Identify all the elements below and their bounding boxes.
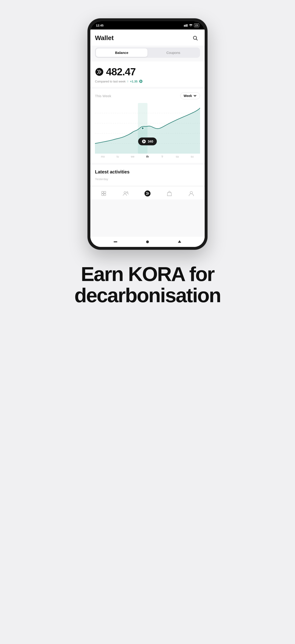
headline-line2: decarbonisation: [75, 285, 221, 306]
svg-rect-3: [187, 24, 188, 27]
svg-point-25: [146, 240, 149, 243]
day-fr: fr: [155, 155, 170, 158]
nav-dashboard[interactable]: [101, 190, 107, 197]
sys-home-button[interactable]: [145, 239, 150, 244]
sys-recents-button[interactable]: [177, 239, 182, 244]
activities-section: Latest activities Yesterday: [90, 165, 205, 186]
svg-line-6: [196, 39, 198, 40]
chart-container: 340: [95, 103, 200, 154]
phone-screen: 12:45 23 Wallet: [90, 21, 205, 247]
chart-section: This Week Week: [90, 89, 205, 163]
svg-rect-1: [185, 25, 185, 27]
search-icon: [192, 35, 198, 41]
this-week-label: This Week: [95, 94, 111, 98]
profile-icon: [188, 190, 194, 197]
svg-point-4: [190, 26, 191, 27]
arrow-up-icon: ↑: [127, 80, 129, 83]
dashboard-icon: [101, 190, 107, 197]
svg-rect-2: [186, 24, 187, 27]
svg-rect-24: [114, 242, 117, 242]
week-dropdown[interactable]: Week: [180, 92, 200, 99]
period-label: Week: [184, 94, 192, 98]
sys-back-button[interactable]: [113, 239, 118, 244]
tab-balance[interactable]: Balance: [96, 48, 148, 57]
svg-point-23: [190, 192, 192, 194]
nav-kora[interactable]: [144, 190, 151, 197]
svg-marker-26: [178, 240, 181, 243]
status-icons: 23: [184, 24, 199, 27]
svg-rect-0: [184, 25, 185, 27]
day-tu: tu: [110, 155, 125, 158]
headline-section: Earn KORA for decarbonisation: [56, 264, 239, 329]
balance-amount: 482.47: [106, 66, 136, 78]
day-we: we: [125, 155, 140, 158]
svg-rect-19: [104, 194, 106, 196]
balance-section: 482.47 Compared to last week ↑ +1.35: [90, 62, 205, 87]
top-bar: Wallet: [90, 30, 205, 46]
day-mo: mo: [95, 155, 110, 158]
tab-coupons[interactable]: Coupons: [148, 48, 199, 57]
compared-label: Compared to last week: [95, 80, 126, 83]
svg-point-21: [127, 192, 128, 193]
day-sa: sa: [170, 155, 185, 158]
svg-point-5: [193, 36, 197, 40]
status-bar: 12:45 23: [90, 21, 205, 30]
nav-profile[interactable]: [188, 190, 194, 197]
shop-icon: [166, 190, 173, 197]
search-button[interactable]: [190, 33, 200, 43]
svg-point-20: [124, 192, 126, 194]
svg-point-14: [142, 127, 144, 130]
notch: [145, 24, 150, 28]
day-th: th: [140, 155, 155, 158]
chart-days: mo tu we th fr sa su: [95, 154, 200, 158]
app-content: Wallet Balance Coupons: [90, 30, 205, 237]
phone-frame: 12:45 23 Wallet: [88, 18, 207, 250]
community-icon: [122, 190, 129, 197]
app-title: Wallet: [95, 34, 114, 42]
system-bar: [90, 237, 205, 247]
kora-logo-small: [139, 80, 143, 83]
activities-title: Latest activities: [95, 169, 200, 174]
yesterday-label: Yesterday: [95, 177, 200, 181]
kora-nav-icon: [144, 190, 151, 197]
phone-wrapper: 12:45 23 Wallet: [88, 18, 207, 250]
svg-rect-18: [102, 194, 104, 196]
tab-switcher: Balance Coupons: [95, 48, 200, 58]
balance-row: 482.47: [95, 66, 200, 78]
day-su: su: [185, 155, 200, 158]
svg-rect-17: [104, 192, 106, 193]
compared-row: Compared to last week ↑ +1.35: [95, 80, 200, 83]
chevron-down-icon: [193, 94, 197, 98]
status-time: 12:45: [96, 24, 104, 27]
chart-svg: [95, 103, 200, 154]
nav-community[interactable]: [122, 190, 129, 197]
nav-shop[interactable]: [166, 190, 173, 197]
kora-logo-large: [95, 68, 104, 76]
svg-rect-16: [102, 192, 104, 193]
bottom-nav: [90, 186, 205, 200]
headline-line1: Earn KORA for: [75, 264, 221, 285]
change-value: +1.35: [130, 80, 138, 83]
chart-header: This Week Week: [95, 92, 200, 99]
